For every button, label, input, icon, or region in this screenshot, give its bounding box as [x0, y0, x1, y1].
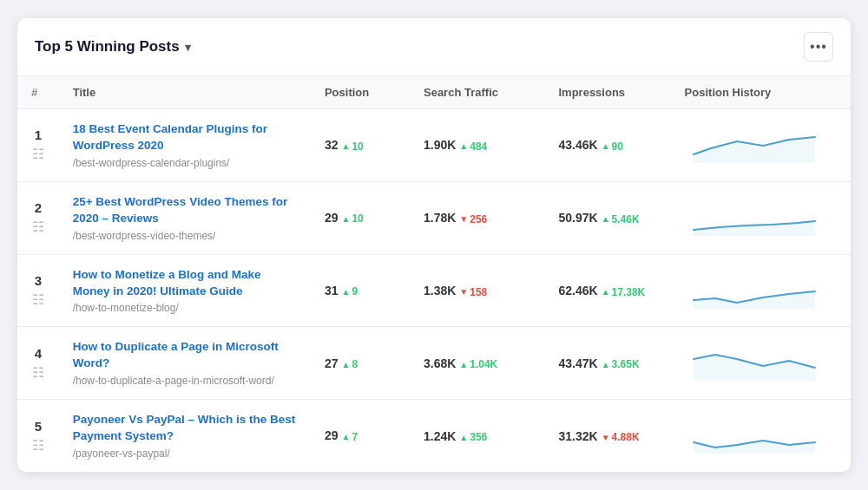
table-row: 3☷How to Monetize a Blog and Make Money … — [17, 254, 851, 327]
post-title[interactable]: How to Monetize a Blog and Make Money in… — [73, 267, 297, 300]
position-cell: 31▲9 — [311, 254, 410, 327]
sparkline-cell — [671, 254, 851, 327]
rank-cell: 2☷ — [17, 181, 59, 254]
posts-table: # Title Position Search Traffic Impressi… — [17, 76, 851, 472]
sparkline-cell — [671, 400, 851, 472]
impressions-delta: ▲5.46K — [602, 213, 640, 225]
post-url: /best-wordpress-calendar-plugins/ — [73, 157, 297, 169]
card-header: Top 5 Winning Posts ▾ ••• — [17, 18, 851, 76]
post-url: /how-to-monetize-blog/ — [73, 302, 297, 314]
position-cell: 27▲8 — [311, 327, 410, 400]
document-icon: ☷ — [31, 146, 45, 162]
position-cell: 32▲10 — [311, 109, 410, 182]
post-title[interactable]: 18 Best Event Calendar Plugins for WordP… — [73, 121, 297, 154]
sparkline-cell — [671, 181, 851, 254]
post-url: /best-wordpress-video-themes/ — [73, 230, 297, 242]
document-icon: ☷ — [31, 291, 45, 308]
position-cell: 29▲7 — [311, 400, 410, 472]
rank-cell: 1☷ — [17, 109, 59, 182]
traffic-cell: 1.78K▼256 — [410, 181, 545, 254]
impressions-arrow: ▲ — [602, 141, 610, 151]
rank-number: 3 — [31, 273, 45, 288]
title-cell: 25+ Best WordPress Video Themes for 2020… — [59, 181, 311, 254]
sparkline-chart — [685, 342, 824, 381]
position-arrow: ▲ — [342, 287, 351, 297]
position-delta: ▲7 — [342, 431, 358, 443]
rank-number: 1 — [31, 127, 45, 142]
document-icon: ☷ — [31, 437, 45, 454]
col-position-history: Position History — [671, 76, 851, 109]
impressions-value: 43.47K — [558, 356, 597, 370]
document-icon: ☷ — [31, 219, 45, 235]
post-url: /payoneer-vs-paypal/ — [73, 448, 297, 460]
traffic-value: 1.90K — [424, 138, 456, 152]
position-value: 27 — [325, 356, 339, 370]
traffic-cell: 1.38K▼158 — [410, 254, 545, 327]
impressions-value: 62.46K — [558, 284, 597, 297]
traffic-cell: 3.68K▲1.04K — [410, 327, 545, 400]
impressions-delta: ▼4.88K — [602, 431, 640, 443]
traffic-delta: ▲1.04K — [459, 358, 497, 370]
chevron-down-icon[interactable]: ▾ — [185, 41, 191, 54]
table-row: 5☷Payoneer Vs PayPal – Which is the Best… — [17, 400, 851, 472]
impressions-arrow: ▲ — [602, 214, 610, 224]
sparkline-chart — [685, 415, 824, 454]
impressions-arrow: ▼ — [602, 433, 610, 442]
col-position: Position — [311, 76, 410, 109]
sparkline-cell — [671, 109, 851, 182]
impressions-cell: 43.47K▲3.65K — [544, 327, 670, 400]
traffic-arrow: ▼ — [459, 214, 468, 224]
position-delta: ▲8 — [342, 358, 358, 370]
sparkline-chart — [685, 124, 824, 163]
position-arrow: ▲ — [342, 360, 351, 369]
impressions-cell: 50.97K▲5.46K — [544, 181, 670, 254]
post-title[interactable]: Payoneer Vs PayPal – Which is the Best P… — [73, 412, 297, 445]
traffic-value: 3.68K — [424, 356, 456, 370]
impressions-cell: 62.46K▲17.38K — [544, 254, 670, 327]
traffic-arrow: ▼ — [459, 287, 468, 297]
traffic-delta: ▼256 — [459, 213, 487, 225]
rank-number: 2 — [31, 200, 45, 215]
col-search-traffic: Search Traffic — [410, 76, 545, 109]
position-value: 29 — [325, 211, 339, 225]
table-body: 1☷18 Best Event Calendar Plugins for Wor… — [17, 109, 851, 472]
title-text: Top 5 Winning Posts — [35, 38, 180, 56]
post-title[interactable]: 25+ Best WordPress Video Themes for 2020… — [73, 194, 297, 227]
position-cell: 29▲10 — [311, 181, 410, 254]
sparkline-chart — [685, 197, 824, 236]
document-icon: ☷ — [31, 364, 45, 381]
sparkline-cell — [671, 327, 851, 400]
impressions-arrow: ▲ — [602, 360, 610, 369]
position-delta: ▲10 — [342, 212, 364, 225]
rank-number: 5 — [31, 419, 45, 434]
traffic-value: 1.78K — [424, 211, 456, 225]
post-url: /how-to-duplicate-a-page-in-microsoft-wo… — [73, 375, 297, 387]
title-cell: How to Duplicate a Page in Microsoft Wor… — [59, 327, 311, 400]
traffic-delta: ▲356 — [459, 431, 487, 443]
impressions-cell: 43.46K▲90 — [544, 109, 670, 182]
post-title[interactable]: How to Duplicate a Page in Microsoft Wor… — [73, 339, 297, 372]
sparkline-chart — [685, 270, 824, 309]
impressions-value: 43.46K — [558, 138, 597, 152]
title-cell: Payoneer Vs PayPal – Which is the Best P… — [59, 400, 311, 472]
traffic-delta: ▲484 — [459, 140, 487, 153]
impressions-value: 50.97K — [558, 211, 597, 225]
traffic-cell: 1.24K▲356 — [410, 400, 545, 472]
table-row: 1☷18 Best Event Calendar Plugins for Wor… — [17, 109, 851, 182]
impressions-cell: 31.32K▼4.88K — [544, 400, 670, 472]
menu-button[interactable]: ••• — [804, 32, 833, 62]
col-impressions: Impressions — [544, 76, 670, 109]
col-rank: # — [17, 76, 59, 109]
position-value: 32 — [325, 138, 339, 152]
traffic-delta: ▼158 — [459, 286, 487, 298]
traffic-value: 1.24K — [424, 429, 456, 443]
traffic-arrow: ▲ — [459, 433, 468, 442]
col-title: Title — [59, 76, 311, 109]
position-arrow: ▲ — [342, 141, 351, 151]
traffic-cell: 1.90K▲484 — [410, 109, 545, 182]
position-arrow: ▲ — [342, 214, 351, 224]
position-delta: ▲10 — [342, 140, 364, 153]
rank-number: 4 — [31, 346, 45, 361]
position-arrow: ▲ — [342, 432, 351, 441]
position-value: 29 — [325, 428, 339, 442]
